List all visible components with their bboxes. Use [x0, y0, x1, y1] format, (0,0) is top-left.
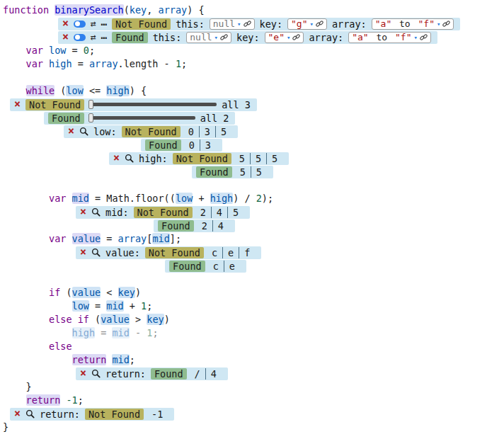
code-token: ; — [130, 354, 135, 365]
code-token: ( — [124, 4, 130, 16]
value-dropdown[interactable]: "a" to "f"▾ — [348, 32, 431, 43]
annotation-row: Found55 — [3, 165, 504, 178]
annotation-row: Found24 — [3, 219, 504, 232]
status-badge: Not Found — [145, 247, 204, 258]
iteration-count[interactable]: all 3 — [222, 99, 251, 110]
dropdown-value: to — [371, 32, 393, 42]
slider-handle[interactable] — [88, 113, 93, 122]
chevron-down-icon: ▾ — [287, 34, 290, 41]
overflow-icon[interactable]: ⋯ — [101, 18, 107, 30]
probe-value: e — [224, 261, 240, 272]
code-token — [3, 300, 72, 312]
probe-value: 4 — [205, 368, 222, 380]
toggle-icon[interactable] — [74, 34, 86, 41]
remove-icon[interactable]: × — [68, 126, 74, 137]
status-badge: Found — [158, 220, 194, 232]
annotation-row: ×high:Not Found555 — [3, 152, 504, 165]
code-token: ; — [181, 58, 187, 69]
code-token — [3, 45, 26, 56]
code-token: = — [66, 45, 83, 56]
remove-icon[interactable]: × — [80, 247, 86, 258]
probe-values: ce — [208, 261, 240, 272]
code-token: mid — [112, 354, 129, 365]
code-token: low — [72, 300, 89, 312]
probe-return-found: ×return:Found/4 — [76, 367, 228, 380]
dropdown-value: "g" — [291, 18, 307, 29]
code-token — [3, 233, 49, 244]
code-token: ); — [262, 193, 273, 204]
remove-icon[interactable]: × — [80, 207, 86, 217]
code-token — [3, 341, 49, 352]
code-line: if (value < key) — [3, 286, 504, 300]
probe-value: 5 — [235, 166, 251, 178]
field-label: array: — [309, 32, 343, 43]
probe-value: -1 — [147, 409, 168, 420]
code-token — [66, 233, 71, 244]
dropdown-value: "f" — [418, 18, 435, 29]
search-icon — [91, 207, 101, 217]
remove-icon[interactable]: × — [80, 368, 86, 379]
dropdown-value: null — [190, 32, 212, 42]
code-line: var mid = Math.floor((low + high) / 2); — [3, 192, 504, 205]
link-icon[interactable] — [420, 33, 428, 41]
link-icon[interactable] — [220, 33, 228, 41]
overflow-icon[interactable]: ⋯ — [101, 32, 107, 43]
probe-values: cef — [207, 247, 255, 258]
iteration-count[interactable]: all 2 — [200, 113, 229, 124]
iteration-slider[interactable] — [89, 116, 195, 120]
code-token: value — [72, 233, 101, 244]
annotation-row: ×Not Foundall 3 — [3, 98, 504, 111]
swap-icon[interactable]: ⇄ — [91, 18, 96, 29]
link-icon[interactable] — [292, 33, 300, 41]
status-badge: Found — [196, 166, 232, 178]
probe-values: 035 — [183, 126, 231, 137]
remove-icon[interactable]: × — [113, 153, 120, 164]
link-icon[interactable] — [316, 20, 323, 28]
remove-icon[interactable]: × — [62, 32, 69, 42]
probe-value: 5 — [234, 153, 250, 164]
code-line: high = mid - 1; — [3, 326, 504, 340]
code-line: } — [3, 421, 504, 434]
slider-handle[interactable] — [88, 100, 93, 109]
swap-icon[interactable]: ⇄ — [91, 32, 96, 42]
code-token: mid — [152, 233, 169, 244]
dropdown-value: null — [213, 18, 235, 29]
value-dropdown[interactable]: "e"▾ — [265, 32, 304, 43]
annotation-row: ×return:Not Found-1 — [3, 407, 504, 421]
probe-value-not-found: ×value:Not Foundcef — [76, 246, 261, 259]
value-dropdown[interactable]: "a" to "f"▾ — [372, 18, 454, 30]
link-icon[interactable] — [442, 20, 450, 28]
value-dropdown[interactable]: "g"▾ — [287, 18, 327, 30]
annotation-row: ×mid:Not Found245 — [3, 205, 504, 219]
iteration-slider[interactable] — [89, 103, 217, 106]
status-badge: Not Found — [134, 207, 193, 218]
code-token: = — [89, 193, 106, 204]
remove-icon[interactable]: × — [62, 18, 69, 29]
value-dropdown[interactable]: null▾ — [210, 18, 255, 30]
link-icon[interactable] — [244, 20, 251, 28]
code-token: array — [89, 58, 118, 69]
code-token: ]; — [170, 233, 181, 244]
code-token: .length - — [118, 58, 176, 69]
toggle-knob — [75, 21, 80, 26]
code-token: ) { — [187, 4, 204, 16]
probe-value: 5 — [227, 207, 244, 218]
code-token — [72, 314, 78, 325]
blank-line — [3, 273, 504, 286]
code-token: , — [147, 4, 158, 16]
code-token: function — [3, 4, 55, 16]
toggle-icon[interactable] — [74, 21, 86, 28]
code-token: ( — [55, 85, 66, 96]
chevron-down-icon: ▾ — [310, 21, 314, 28]
remove-icon[interactable]: × — [14, 99, 21, 110]
code-token — [3, 85, 26, 96]
code-token: value — [101, 314, 130, 325]
status-badge: Not Found — [85, 409, 144, 420]
code-token — [3, 327, 72, 338]
code-token: high — [49, 58, 72, 69]
remove-icon[interactable]: × — [14, 409, 21, 419]
code-token — [66, 193, 71, 204]
code-token: if — [78, 314, 89, 325]
value-dropdown[interactable]: null▾ — [186, 32, 231, 43]
probe-value: c — [207, 247, 222, 258]
